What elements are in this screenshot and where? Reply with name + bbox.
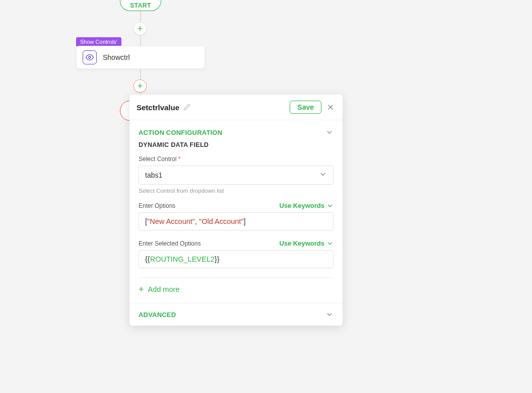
plus-icon: + bbox=[139, 285, 144, 294]
node-type-badge: Show Controls' bbox=[76, 37, 121, 46]
chevron-down-icon bbox=[325, 310, 334, 319]
field-hint: Select Control from dropdown list bbox=[139, 188, 334, 194]
connector bbox=[140, 69, 141, 80]
field-label: Select Control * bbox=[139, 155, 334, 163]
connector bbox=[140, 11, 141, 22]
connector bbox=[140, 35, 141, 46]
section-action-configuration[interactable]: ACTION CONFIGURATION bbox=[139, 128, 334, 136]
field-enter-selected-options: Enter Selected Options Use Keywords {{RO… bbox=[139, 240, 334, 268]
use-keywords-button[interactable]: Use Keywords bbox=[279, 240, 334, 247]
section-advanced[interactable]: ADVANCED bbox=[139, 310, 334, 319]
add-step-button[interactable]: + bbox=[134, 22, 147, 35]
svg-point-0 bbox=[89, 56, 91, 58]
section-label: ACTION CONFIGURATION bbox=[139, 129, 222, 136]
add-step-highlight-button[interactable]: + bbox=[134, 80, 147, 93]
enter-selected-options-input[interactable]: {{ROUTING_LEVEL2}} bbox=[139, 250, 334, 268]
config-panel: Setctrlvalue Save ACTION CONFIGURATION D… bbox=[129, 95, 343, 326]
divider bbox=[139, 277, 334, 278]
field-enter-options: Enter Options Use Keywords ["New Account… bbox=[139, 202, 334, 230]
workflow-canvas[interactable]: START + Show Controls' Showctrl + Setctr… bbox=[0, 0, 532, 393]
add-more-button[interactable]: + Add more bbox=[139, 285, 179, 294]
enter-options-input[interactable]: ["New Account", "Old Account"] bbox=[139, 212, 334, 230]
close-icon[interactable] bbox=[325, 103, 336, 111]
select-value: tabs1 bbox=[145, 171, 162, 179]
field-label: Enter Selected Options bbox=[139, 240, 201, 247]
dynamic-data-heading: DYNAMIC DATA FIELD bbox=[139, 141, 334, 148]
start-node[interactable]: START bbox=[120, 0, 161, 11]
panel-body: ACTION CONFIGURATION DYNAMIC DATA FIELD … bbox=[129, 120, 343, 303]
showctrl-node[interactable]: Showctrl bbox=[76, 46, 205, 69]
section-label: ADVANCED bbox=[139, 311, 176, 319]
save-button[interactable]: Save bbox=[290, 101, 321, 114]
panel-title: Setctrlvalue bbox=[137, 103, 179, 112]
node-label: Showctrl bbox=[103, 53, 130, 61]
use-keywords-button[interactable]: Use Keywords bbox=[279, 202, 334, 209]
field-select-control: Select Control * tabs1 Select Control fr… bbox=[139, 155, 334, 194]
chevron-down-icon bbox=[325, 128, 334, 136]
required-asterisk: * bbox=[178, 155, 181, 163]
panel-footer: ADVANCED bbox=[129, 303, 343, 326]
panel-header: Setctrlvalue Save bbox=[129, 95, 343, 120]
field-label: Enter Options bbox=[139, 202, 175, 209]
select-control-dropdown[interactable]: tabs1 bbox=[139, 166, 334, 185]
eye-icon bbox=[83, 50, 97, 64]
start-label: START bbox=[130, 2, 151, 9]
chevron-down-icon bbox=[319, 171, 327, 180]
pencil-icon[interactable] bbox=[183, 104, 190, 111]
